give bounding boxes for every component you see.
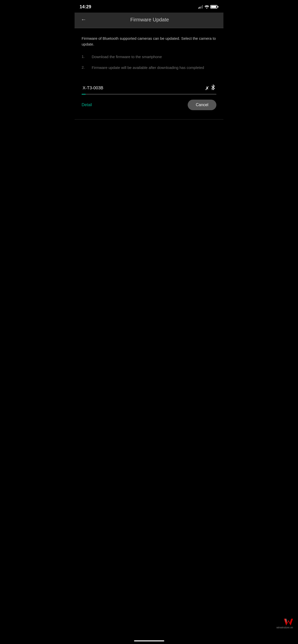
- step-text-2: Firmware update will be available after …: [92, 65, 216, 71]
- signal-icon: [198, 5, 203, 9]
- detail-link[interactable]: Detail: [82, 103, 92, 107]
- cancel-button[interactable]: Cancel: [188, 100, 216, 110]
- bluetooth-icon: ✗: [205, 85, 215, 91]
- battery-icon: [210, 5, 218, 9]
- wifi-icon: [204, 5, 209, 9]
- back-button[interactable]: ←: [80, 15, 88, 24]
- page-title: Firmware Update: [90, 17, 209, 23]
- steps-list: 1. Download the firmware to the smartpho…: [82, 54, 216, 70]
- status-bar: 14:29: [75, 0, 223, 13]
- progress-bar-fill: [82, 94, 86, 95]
- status-time: 14:29: [80, 4, 91, 10]
- step-number-2: 2.: [82, 65, 92, 69]
- description-text: Firmware of Bluetooth supported cameras …: [82, 36, 216, 47]
- camera-row: X-T3-003B ✗: [82, 85, 216, 91]
- step-item-1: 1. Download the firmware to the smartpho…: [82, 54, 216, 60]
- header: ← Firmware Update: [75, 13, 223, 28]
- camera-name: X-T3-003B: [83, 86, 103, 91]
- bottom-divider: [75, 119, 223, 119]
- status-icons: [198, 5, 218, 9]
- camera-section: X-T3-003B ✗ Detail Cancel: [82, 80, 216, 114]
- camera-actions: Detail Cancel: [82, 99, 216, 111]
- step-number-1: 1.: [82, 54, 92, 59]
- step-text-1: Download the firmware to the smartphone: [92, 54, 216, 60]
- progress-bar-container: [82, 94, 216, 95]
- step-item-2: 2. Firmware update will be available aft…: [82, 65, 216, 71]
- content-area: Firmware of Bluetooth supported cameras …: [75, 28, 223, 119]
